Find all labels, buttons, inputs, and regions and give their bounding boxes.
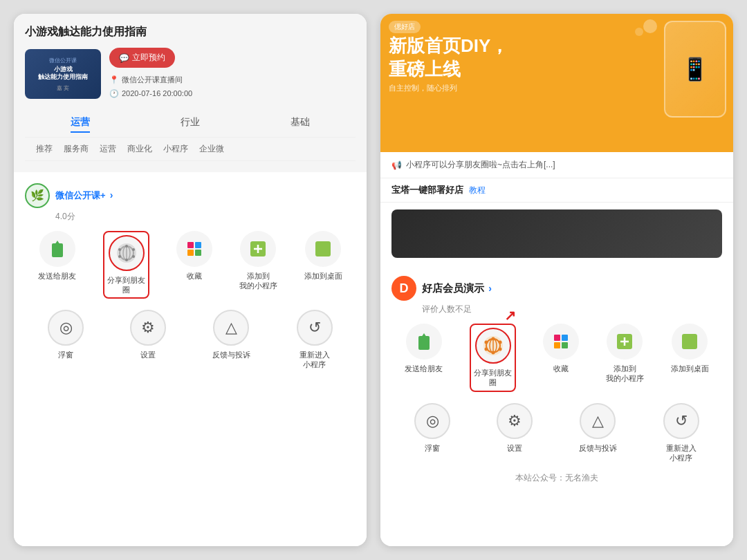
subtab-enterprise[interactable]: 企业微 (199, 143, 224, 155)
left-action-feedback[interactable]: △ 反馈与投诉 (212, 310, 250, 370)
svg-rect-14 (187, 250, 194, 256)
svg-rect-32 (554, 335, 560, 341)
right-action-collect[interactable]: 收藏 (543, 324, 579, 392)
svg-rect-34 (554, 342, 560, 348)
right-action-float[interactable]: ◎ 浮窗 (414, 403, 450, 463)
right-action-reenter[interactable]: ↺ 重新进入小程序 (663, 403, 699, 463)
svg-rect-0 (52, 243, 63, 257)
tab-industry[interactable]: 行业 (181, 116, 200, 133)
left-action-desktop[interactable]: 添加到桌面 (304, 231, 342, 299)
right-badge: 偲好店 (389, 21, 421, 33)
right-action-desktop[interactable]: 添加到桌面 (671, 324, 709, 392)
left-action-add-mp[interactable]: 添加到我的小程序 (239, 231, 277, 299)
right-collect-icon-wrap (543, 324, 579, 360)
deco-circle-2 (635, 28, 643, 36)
svg-rect-15 (195, 250, 201, 256)
left-action-send[interactable]: 发送给朋友 (38, 231, 76, 299)
refresh-icon: ↺ (297, 310, 333, 346)
left-mp-rating: 4.0分 (55, 211, 356, 223)
share-icon-wrap-left (109, 235, 145, 271)
right-add-mp-label: 添加到我的小程序 (606, 364, 644, 384)
reserve-button[interactable]: 💬 立即预约 (109, 48, 175, 68)
right-link-tag[interactable]: 教程 (469, 185, 486, 196)
right-mp-arrow[interactable]: › (488, 283, 492, 294)
share-icon-wrap-right (475, 328, 511, 364)
subtab-commerce[interactable]: 商业化 (127, 143, 152, 155)
share-moments-icon-left (116, 242, 138, 264)
svg-point-11 (118, 255, 121, 258)
left-action-float[interactable]: ◎ 浮窗 (48, 310, 84, 370)
right-video-thumb (391, 209, 722, 258)
right-settings-label: 设置 (507, 443, 522, 453)
svg-point-31 (484, 348, 488, 351)
add-mp-icon (248, 239, 268, 259)
right-mp-rating: 评价人数不足 (422, 304, 722, 315)
left-mp-card: 🌿 微信公开课+ › 4.0分 发送给朋友 (14, 172, 367, 546)
left-action-collect[interactable]: 收藏 (176, 231, 212, 299)
right-headline: 新版首页DIY， 重磅上线 (389, 35, 508, 82)
svg-rect-33 (562, 335, 568, 341)
svg-marker-21 (421, 333, 427, 337)
right-collect-icon (551, 332, 571, 351)
send-icon (48, 239, 67, 259)
svg-point-26 (491, 337, 495, 341)
right-action-send[interactable]: 发送给朋友 (405, 324, 443, 392)
subtab-operations[interactable]: 运营 (100, 143, 116, 155)
left-action-reenter[interactable]: ↺ 重新进入小程序 (297, 310, 333, 370)
right-mp-name: 好店会员演示 › (422, 282, 492, 295)
left-add-mp-label: 添加到我的小程序 (239, 271, 277, 291)
left-collect-label: 收藏 (187, 271, 202, 281)
subtab-recommend[interactable]: 推荐 (36, 143, 53, 155)
left-mp-icon: 🌿 (25, 183, 50, 208)
right-add-mp-icon (615, 332, 634, 351)
right-actions-row1: 发送给朋友 ↙ (391, 324, 722, 392)
add-mp-icon-wrap (240, 231, 276, 267)
left-action-share[interactable]: 分享到朋友圈 (103, 231, 149, 299)
send-icon-wrap (39, 231, 75, 267)
clock-icon: 🕐 (109, 87, 119, 101)
right-link-row: 宝塔一键部署好店 教程 (380, 178, 733, 203)
sub-tabs: 推荐 服务商 运营 商业化 小程序 企业微 (25, 138, 356, 161)
right-collect-label: 收藏 (553, 364, 569, 373)
left-panel: 小游戏触达能力使用指南 微信公开课 小游戏触达能力使用指南 嘉 宾 💬 立即预约… (14, 14, 367, 546)
left-actions-row2: ◎ 浮窗 ⚙ 设置 △ 反馈与投诉 ↺ 重新进入小程序 (25, 310, 356, 370)
course-title: 小游戏触达能力使用指南 (25, 25, 356, 39)
left-reenter-label: 重新进入小程序 (299, 350, 330, 370)
right-action-feedback[interactable]: △ 反馈与投诉 (579, 403, 617, 463)
svg-point-7 (132, 248, 135, 251)
right-link-text[interactable]: 宝塔一键部署好店 (391, 184, 463, 196)
right-refresh-icon: ↺ (663, 403, 699, 439)
subtab-miniapp[interactable]: 小程序 (163, 143, 188, 155)
left-mp-arrow[interactable]: › (110, 189, 113, 200)
left-desktop-label: 添加到桌面 (304, 271, 342, 281)
tab-operations[interactable]: 运营 (71, 116, 90, 133)
svg-rect-39 (682, 334, 697, 349)
left-top-section: 小游戏触达能力使用指南 微信公开课 小游戏触达能力使用指南 嘉 宾 💬 立即预约… (14, 14, 367, 172)
right-reenter-label: 重新进入小程序 (666, 443, 697, 463)
right-settings-icon: ⚙ (497, 403, 533, 439)
svg-point-9 (125, 259, 128, 261)
left-mp-header: 🌿 微信公开课+ › (25, 183, 356, 208)
course-info: 💬 立即预约 📍微信公开课直播间 🕐2020-07-16 20:00:00 (109, 48, 356, 101)
right-send-icon-wrap (406, 324, 442, 360)
right-action-add-mp[interactable]: 添加到我的小程序 (606, 324, 644, 392)
svg-point-30 (484, 341, 488, 344)
share-moments-icon-right (482, 335, 504, 357)
right-share-wrapper: ↙ (470, 324, 516, 392)
tab-basics[interactable]: 基础 (290, 116, 310, 133)
right-sub: 自主控制，随心排列 (389, 83, 457, 93)
right-action-settings[interactable]: ⚙ 设置 (497, 403, 533, 463)
svg-point-6 (125, 245, 128, 248)
right-panel: 偲好店 新版首页DIY， 重磅上线 自主控制，随心排列 📱 📢 小程序可以分享朋… (380, 14, 733, 546)
right-feedback-label: 反馈与投诉 (579, 443, 617, 453)
right-share-label: 分享到朋友圈 (474, 368, 512, 388)
main-container: 小游戏触达能力使用指南 微信公开课 小游戏触达能力使用指南 嘉 宾 💬 立即预约… (0, 0, 747, 560)
left-action-settings[interactable]: ⚙ 设置 (130, 310, 166, 370)
course-thumbnail: 微信公开课 小游戏触达能力使用指南 嘉 宾 (25, 49, 101, 99)
right-warning-icon: △ (580, 403, 616, 439)
right-action-share[interactable]: 分享到朋友圈 (470, 324, 516, 392)
subtab-service[interactable]: 服务商 (64, 143, 89, 155)
svg-rect-12 (187, 242, 194, 248)
watermark: 本站公众号：无名渔夫 (391, 469, 722, 485)
right-float-label: 浮窗 (425, 443, 440, 453)
